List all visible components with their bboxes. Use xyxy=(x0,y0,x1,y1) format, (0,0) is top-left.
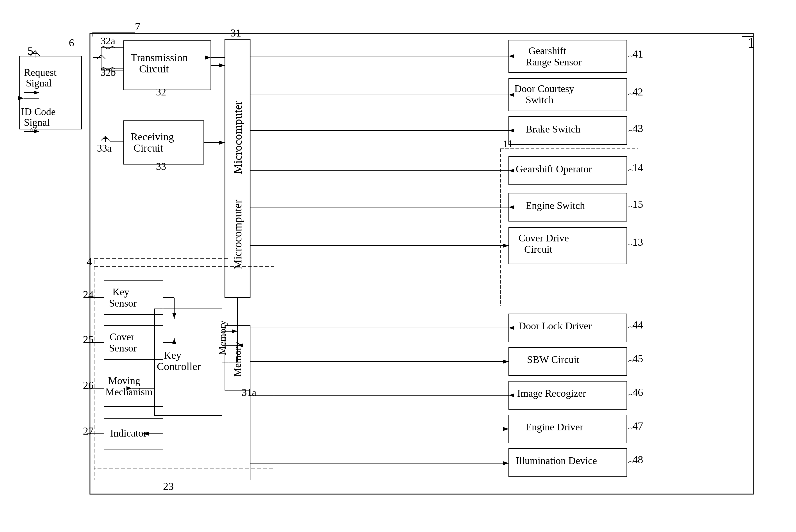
svg-text:24: 24 xyxy=(83,289,94,300)
svg-rect-92 xyxy=(509,449,627,477)
svg-rect-80 xyxy=(509,314,627,342)
svg-text:13: 13 xyxy=(632,236,643,248)
svg-text:Indicator: Indicator xyxy=(110,428,147,439)
svg-text:33: 33 xyxy=(156,161,166,172)
svg-text:26: 26 xyxy=(83,379,94,391)
microcomputer-label: Microcomputer xyxy=(231,200,244,269)
svg-rect-2 xyxy=(90,34,753,494)
svg-text:48: 48 xyxy=(632,454,643,466)
svg-text:Receiving: Receiving xyxy=(131,131,174,142)
svg-line-19 xyxy=(101,55,105,59)
svg-text:Signal: Signal xyxy=(24,117,50,128)
svg-rect-27 xyxy=(124,41,211,90)
svg-text:15: 15 xyxy=(632,198,643,210)
svg-text:32: 32 xyxy=(156,87,166,98)
svg-text:Brake Switch: Brake Switch xyxy=(526,124,580,135)
svg-text:27: 27 xyxy=(83,425,94,437)
svg-text:Key: Key xyxy=(112,286,129,298)
svg-text:42: 42 xyxy=(632,86,643,98)
svg-rect-108 xyxy=(104,281,163,315)
svg-text:14: 14 xyxy=(632,162,643,173)
svg-text:Gearshift: Gearshift xyxy=(528,45,566,56)
svg-text:32a: 32a xyxy=(101,35,115,46)
svg-rect-70 xyxy=(509,157,627,185)
svg-text:Request: Request xyxy=(24,67,56,78)
memory-label: Memory xyxy=(232,342,243,377)
svg-text:Circuit: Circuit xyxy=(524,244,552,255)
svg-text:47: 47 xyxy=(632,420,643,432)
svg-text:Controller: Controller xyxy=(157,360,201,372)
svg-text:5: 5 xyxy=(28,45,33,57)
svg-text:Engine Driver: Engine Driver xyxy=(526,421,583,433)
svg-text:44: 44 xyxy=(632,319,643,331)
svg-text:31: 31 xyxy=(231,27,241,39)
svg-rect-123 xyxy=(104,418,163,449)
svg-rect-144 xyxy=(94,258,229,480)
svg-text:Engine Switch: Engine Switch xyxy=(526,200,585,211)
svg-rect-76 xyxy=(509,227,627,264)
svg-rect-65 xyxy=(509,116,627,145)
svg-text:ID Code: ID Code xyxy=(21,106,56,117)
svg-text:7: 7 xyxy=(135,21,140,33)
svg-text:23: 23 xyxy=(163,480,174,492)
svg-text:Image Recogizer: Image Recogizer xyxy=(517,388,586,399)
svg-text:SBW Circuit: SBW Circuit xyxy=(527,354,579,365)
svg-line-18 xyxy=(97,55,101,59)
svg-rect-89 xyxy=(509,415,627,443)
svg-text:Sensor: Sensor xyxy=(109,342,137,354)
svg-text:Mechanism: Mechanism xyxy=(105,386,152,398)
svg-line-7 xyxy=(30,51,35,56)
svg-rect-56 xyxy=(509,40,627,72)
svg-text:25: 25 xyxy=(83,334,94,345)
svg-line-8 xyxy=(35,51,40,56)
svg-text:32b: 32b xyxy=(101,67,116,78)
svg-text:Key: Key xyxy=(164,349,181,361)
svg-text:33a: 33a xyxy=(97,142,112,154)
svg-rect-68 xyxy=(500,149,638,306)
svg-rect-83 xyxy=(509,347,627,376)
svg-text:Cover Drive: Cover Drive xyxy=(519,232,569,244)
svg-text:Door Courtesy: Door Courtesy xyxy=(514,83,574,94)
svg-text:Circuit: Circuit xyxy=(133,142,163,154)
svg-text:46: 46 xyxy=(632,386,643,398)
svg-rect-73 xyxy=(509,193,627,221)
svg-rect-118 xyxy=(104,370,163,406)
svg-text:Range Sensor: Range Sensor xyxy=(526,56,581,68)
svg-text:Signal: Signal xyxy=(26,77,52,89)
svg-rect-31 xyxy=(124,121,204,164)
svg-text:4: 4 xyxy=(87,256,92,268)
svg-text:Switch: Switch xyxy=(526,94,554,106)
svg-text:Sensor: Sensor xyxy=(109,298,137,309)
svg-line-36 xyxy=(101,136,105,140)
svg-rect-4 xyxy=(20,56,82,129)
svg-text:1: 1 xyxy=(748,35,755,51)
svg-text:Moving: Moving xyxy=(108,375,140,386)
svg-text:Circuit: Circuit xyxy=(139,63,169,75)
svg-line-37 xyxy=(105,136,110,140)
svg-text:Gearshift Operator: Gearshift Operator xyxy=(516,164,592,175)
svg-text:6: 6 xyxy=(69,37,74,49)
svg-text:41: 41 xyxy=(632,48,643,60)
svg-rect-61 xyxy=(509,79,627,111)
svg-text:Cover: Cover xyxy=(110,331,134,342)
svg-text:11: 11 xyxy=(503,138,513,149)
svg-rect-86 xyxy=(509,381,627,409)
svg-rect-113 xyxy=(104,326,163,359)
svg-text:43: 43 xyxy=(632,122,643,134)
svg-rect-127 xyxy=(155,309,222,416)
svg-text:45: 45 xyxy=(632,353,643,364)
svg-text:Illumination Device: Illumination Device xyxy=(516,455,597,466)
svg-text:Transmission: Transmission xyxy=(131,52,188,63)
svg-text:Door Lock Driver: Door Lock Driver xyxy=(519,320,592,331)
